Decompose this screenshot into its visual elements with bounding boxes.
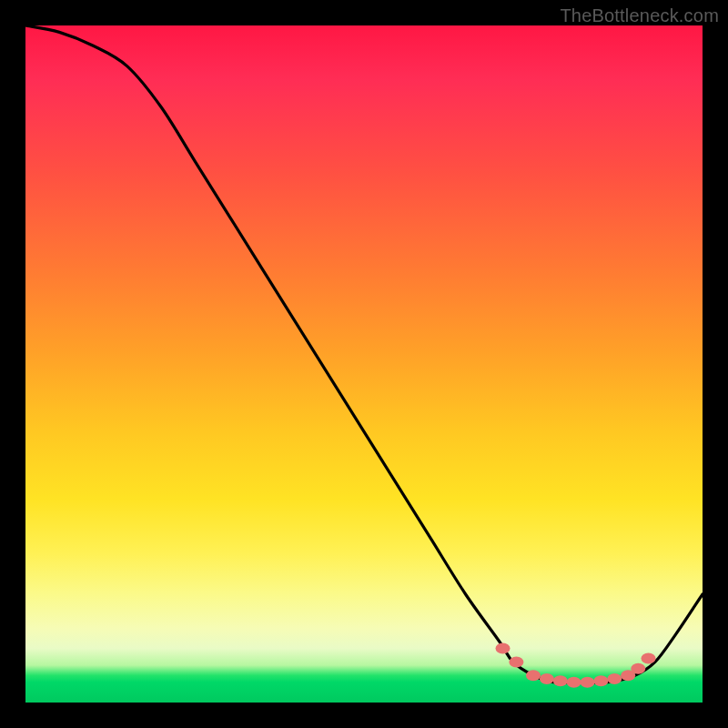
marker-dot	[553, 675, 568, 686]
watermark-text: TheBottleneck.com	[560, 5, 719, 26]
marker-dot	[540, 673, 554, 684]
marker-dot	[496, 643, 511, 654]
highlight-markers	[496, 643, 656, 688]
marker-dot	[593, 675, 608, 686]
curve-path-group	[25, 25, 703, 682]
plot-area	[25, 25, 703, 703]
marker-dot	[607, 673, 622, 684]
curve-line	[25, 25, 703, 682]
marker-dot	[526, 670, 541, 681]
chart-svg	[25, 25, 703, 703]
marker-dot	[642, 653, 656, 664]
marker-dot	[581, 677, 595, 688]
chart-frame: TheBottleneck.com	[0, 0, 728, 728]
marker-dot	[631, 663, 645, 674]
marker-dot	[509, 656, 523, 667]
marker-dot	[567, 677, 581, 688]
